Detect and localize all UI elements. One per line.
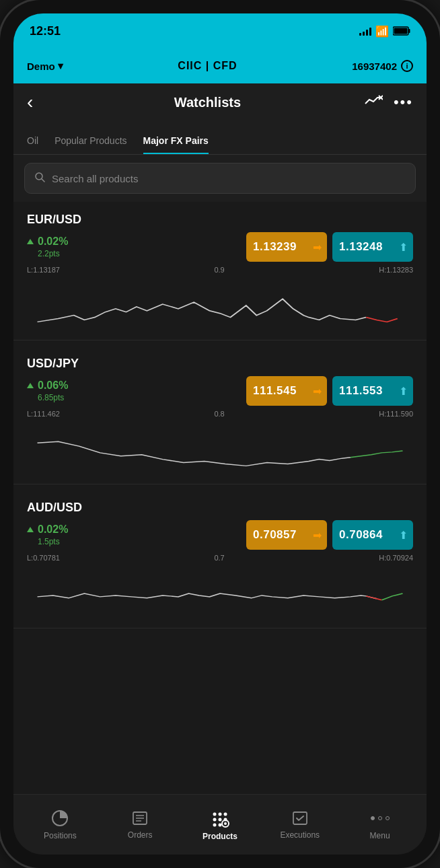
product-card-usdjpy: USD/JPY 0.06% 6.85pts 111.545 ➡ <box>13 346 427 484</box>
product-card-audusd: AUD/USD 0.02% 1.5pts 0.70857 ➡ <box>13 490 427 628</box>
buy-price-eurusd: 1.13248 <box>339 240 383 254</box>
wifi-icon: 📶 <box>375 25 389 38</box>
buy-button-usdjpy[interactable]: 111.553 ⬆ <box>332 376 413 406</box>
buy-price-audusd: 0.70864 <box>339 528 383 542</box>
svg-point-12 <box>213 812 216 816</box>
price-meta-usdjpy: L:111.462 0.8 H:111.590 <box>27 410 413 418</box>
svg-rect-1 <box>408 29 410 33</box>
status-time: 12:51 <box>30 24 61 38</box>
menu-label: Menu <box>370 831 390 840</box>
menu-dots-icon <box>371 809 390 827</box>
search-container: Search all products <box>13 155 427 202</box>
products-icon <box>211 809 229 828</box>
sell-button-usdjpy[interactable]: 111.545 ➡ <box>246 376 327 406</box>
nav-executions[interactable]: Executions <box>277 810 324 840</box>
product-name-audusd[interactable]: AUD/USD <box>27 501 413 515</box>
change-percent-usdjpy: 0.06% <box>27 379 68 392</box>
search-placeholder: Search all products <box>52 173 138 184</box>
phone-shell: 12:51 📶 Demo ▾ <box>0 0 440 868</box>
price-buttons-eurusd: 1.13239 ➡ 1.13248 ⬆ <box>246 232 413 262</box>
svg-line-6 <box>42 179 44 182</box>
change-pts-audusd: 1.5pts <box>38 537 68 546</box>
more-options-icon[interactable]: ••• <box>394 94 413 111</box>
status-bar: 12:51 📶 <box>13 13 427 48</box>
buy-price-usdjpy: 111.553 <box>339 384 383 398</box>
sell-button-eurusd[interactable]: 1.13239 ➡ <box>246 232 327 262</box>
sell-price-audusd: 0.70857 <box>253 528 297 542</box>
svg-point-14 <box>223 812 227 816</box>
product-row-eurusd: 0.02% 2.2pts 1.13239 ➡ 1.13248 ⬆ <box>27 232 413 262</box>
product-row-audusd: 0.02% 1.5pts 0.70857 ➡ 0.70864 ⬆ <box>27 520 413 550</box>
spread-eurusd: 0.9 <box>214 266 224 274</box>
back-button[interactable]: ‹ <box>27 92 51 113</box>
dropdown-icon: ▾ <box>58 60 63 72</box>
change-pts-eurusd: 2.2pts <box>38 249 68 258</box>
nav-menu[interactable]: Menu <box>357 809 404 840</box>
sell-price-eurusd: 1.13239 <box>253 240 297 254</box>
products-label: Products <box>203 832 237 841</box>
nav-positions[interactable]: Positions <box>36 809 83 840</box>
price-meta-eurusd: L:1.13187 0.9 H:1.13283 <box>27 266 413 274</box>
buy-arrow-icon: ⬆ <box>399 241 408 254</box>
search-bar[interactable]: Search all products <box>24 163 416 194</box>
demo-account[interactable]: Demo ▾ <box>27 60 63 72</box>
svg-point-21 <box>224 822 227 825</box>
product-change-usdjpy: 0.06% 6.85pts <box>27 379 68 402</box>
products-list: EUR/USD 0.02% 2.2pts 1.13239 ➡ <box>13 202 427 794</box>
page-title: Watchlists <box>174 95 241 110</box>
low-usdjpy: L:111.462 <box>27 410 60 418</box>
product-card-eurusd: EUR/USD 0.02% 2.2pts 1.13239 ➡ <box>13 202 427 340</box>
sell-arrow-icon: ➡ <box>313 241 322 254</box>
signal-icon <box>359 26 371 36</box>
status-icons: 📶 <box>359 25 410 38</box>
product-name-usdjpy[interactable]: USD/JPY <box>27 357 413 371</box>
header-actions: ••• <box>364 94 413 111</box>
pie-chart-icon <box>51 809 69 827</box>
nav-orders[interactable]: Orders <box>116 810 163 840</box>
svg-point-15 <box>213 818 216 821</box>
sell-arrow-icon-aud: ➡ <box>313 529 322 542</box>
executions-icon <box>292 810 308 826</box>
svg-point-13 <box>218 812 221 816</box>
sell-arrow-icon-jpy: ➡ <box>313 385 322 398</box>
brand-logo: CIIC | CFD <box>178 60 237 72</box>
buy-arrow-icon-jpy: ⬆ <box>399 385 408 398</box>
nav-products[interactable]: Products <box>196 809 244 841</box>
page-header: ‹ Watchlists ••• <box>13 83 427 121</box>
svg-point-18 <box>213 823 216 826</box>
sell-button-audusd[interactable]: 0.70857 ➡ <box>246 520 327 550</box>
tab-oil[interactable]: Oil <box>27 135 38 154</box>
search-icon <box>34 172 45 185</box>
chart-audusd <box>27 567 413 628</box>
chart-usdjpy <box>27 423 413 484</box>
buy-arrow-icon-aud: ⬆ <box>399 529 408 542</box>
tab-popular-products[interactable]: Popular Products <box>54 135 126 154</box>
chart-toggle-icon[interactable] <box>364 94 383 111</box>
executions-label: Executions <box>280 830 320 840</box>
account-number: 16937402 <box>352 61 397 72</box>
nav-bar: Demo ▾ CIIC | CFD 16937402 i <box>13 48 427 83</box>
spread-usdjpy: 0.8 <box>214 410 224 418</box>
spread-audusd: 0.7 <box>214 554 224 562</box>
svg-point-16 <box>218 818 221 821</box>
bottom-nav: Positions Orders <box>13 794 427 855</box>
account-info[interactable]: 16937402 i <box>352 60 413 72</box>
price-buttons-audusd: 0.70857 ➡ 0.70864 ⬆ <box>246 520 413 550</box>
demo-label: Demo <box>27 61 55 72</box>
high-audusd: H:0.70924 <box>379 554 413 562</box>
low-eurusd: L:1.13187 <box>27 266 60 274</box>
product-name-eurusd[interactable]: EUR/USD <box>27 213 413 227</box>
svg-rect-2 <box>394 28 408 34</box>
buy-button-eurusd[interactable]: 1.13248 ⬆ <box>332 232 413 262</box>
price-buttons-usdjpy: 111.545 ➡ 111.553 ⬆ <box>246 376 413 406</box>
product-row-usdjpy: 0.06% 6.85pts 111.545 ➡ 111.553 ⬆ <box>27 376 413 406</box>
battery-icon <box>393 26 410 36</box>
orders-icon <box>132 810 148 826</box>
low-audusd: L:0.70781 <box>27 554 60 562</box>
change-percent-eurusd: 0.02% <box>27 236 68 248</box>
change-percent-audusd: 0.02% <box>27 523 68 536</box>
tab-major-fx-pairs[interactable]: Major FX Pairs <box>143 135 209 154</box>
buy-button-audusd[interactable]: 0.70864 ⬆ <box>332 520 413 550</box>
info-icon[interactable]: i <box>401 60 413 72</box>
phone-screen: 12:51 📶 Demo ▾ <box>13 13 427 855</box>
